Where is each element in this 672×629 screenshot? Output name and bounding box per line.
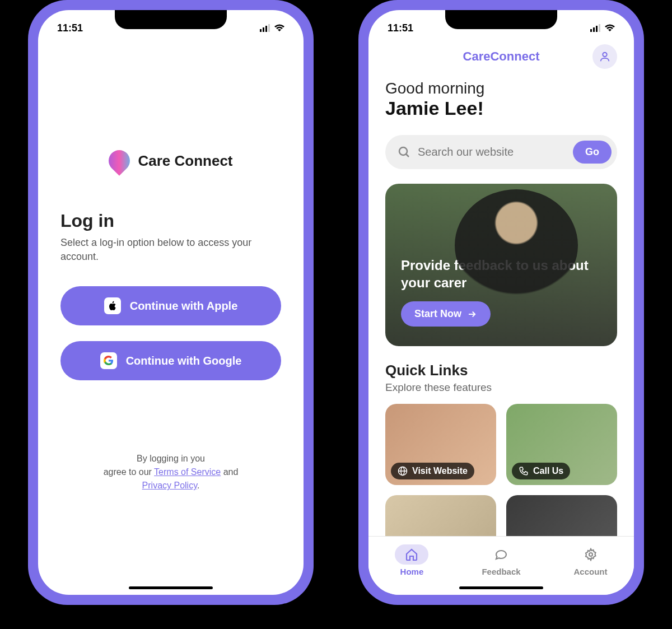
legal-and: and xyxy=(221,467,238,477)
tab-account[interactable]: Account xyxy=(574,544,608,576)
ql-label-text: Call Us xyxy=(533,466,563,476)
tab-icon-wrap xyxy=(574,544,608,565)
globe-icon xyxy=(398,466,408,476)
wifi-icon xyxy=(274,24,284,32)
tab-feedback[interactable]: Feedback xyxy=(482,544,520,576)
feedback-hero-card: Provide feedback to us about your carer … xyxy=(385,184,617,346)
cellular-icon xyxy=(260,24,271,32)
home-header: CareConnect xyxy=(368,38,634,69)
apple-icon xyxy=(104,297,121,314)
legal-prefix: agree to our xyxy=(104,467,154,477)
tab-home[interactable]: Home xyxy=(395,544,428,576)
terms-link[interactable]: Terms of Service xyxy=(154,467,221,477)
legal-text: By logging in you agree to our Terms of … xyxy=(60,452,281,492)
status-time: 11:51 xyxy=(57,22,83,34)
svg-line-10 xyxy=(406,154,409,157)
gear-icon xyxy=(584,548,598,561)
svg-rect-2 xyxy=(265,26,267,32)
svg-rect-6 xyxy=(596,26,598,32)
tab-label: Home xyxy=(400,567,424,576)
continue-google-button[interactable]: Continue with Google xyxy=(60,341,281,380)
legal-period: . xyxy=(197,481,199,490)
quick-links-heading: Quick Links xyxy=(385,362,617,379)
login-heading: Log in xyxy=(60,211,281,231)
phone-frame-login: 11:51 Care Connect Log in Select a log-i… xyxy=(28,0,314,605)
screen-home: 11:51 CareConnect Good morning Jamie Lee… xyxy=(368,10,634,595)
google-icon xyxy=(100,352,117,369)
start-now-label: Start Now xyxy=(414,308,461,320)
status-icons xyxy=(590,24,615,32)
quick-link-label: Visit Website xyxy=(391,463,474,479)
start-now-button[interactable]: Start Now xyxy=(401,301,491,327)
svg-rect-1 xyxy=(263,27,264,32)
tab-label: Account xyxy=(574,567,608,576)
svg-point-9 xyxy=(399,147,407,155)
home-indicator xyxy=(129,586,213,589)
phone-icon xyxy=(519,466,529,476)
chat-icon xyxy=(494,548,508,561)
cellular-icon xyxy=(590,24,601,32)
login-subheading: Select a log-in option below to access y… xyxy=(60,236,281,264)
screen-login: 11:51 Care Connect Log in Select a log-i… xyxy=(38,10,304,595)
svg-rect-0 xyxy=(260,29,262,32)
privacy-link[interactable]: Privacy Policy xyxy=(142,481,197,490)
search-bar: Go xyxy=(385,135,617,169)
user-name: Jamie Lee! xyxy=(385,97,617,119)
search-icon xyxy=(398,146,411,159)
logo-text: Care Connect xyxy=(138,152,232,170)
svg-point-15 xyxy=(589,553,592,556)
quick-link-visit-website[interactable]: Visit Website xyxy=(385,404,496,485)
app-title: CareConnect xyxy=(463,49,540,64)
hero-image xyxy=(455,189,578,301)
tab-icon-wrap xyxy=(484,544,518,565)
arrow-right-icon xyxy=(467,309,477,319)
apple-button-label: Continue with Apple xyxy=(130,300,238,313)
tab-icon-wrap xyxy=(395,544,428,565)
status-icons xyxy=(260,24,284,32)
quick-link-label: Call Us xyxy=(512,463,570,479)
svg-rect-7 xyxy=(599,24,600,32)
continue-apple-button[interactable]: Continue with Apple xyxy=(60,286,281,325)
logo-blob-icon xyxy=(105,146,135,176)
home-icon xyxy=(405,548,418,561)
tab-label: Feedback xyxy=(482,567,520,576)
quick-links-sub: Explore these features xyxy=(385,381,617,394)
home-indicator xyxy=(459,586,543,589)
quick-link-call-us[interactable]: Call Us xyxy=(506,404,617,485)
status-time: 11:51 xyxy=(388,22,413,34)
ql-label-text: Visit Website xyxy=(412,466,468,476)
notch xyxy=(115,10,227,29)
notch xyxy=(445,10,557,29)
svg-rect-5 xyxy=(593,27,595,32)
logo: Care Connect xyxy=(60,150,281,171)
search-input[interactable] xyxy=(418,146,566,159)
search-go-button[interactable]: Go xyxy=(573,141,612,164)
home-body: Good morning Jamie Lee! Go Provide feedb… xyxy=(368,69,634,576)
svg-rect-4 xyxy=(590,29,592,32)
profile-button[interactable] xyxy=(592,44,617,69)
login-content: Care Connect Log in Select a log-in opti… xyxy=(38,38,304,595)
user-icon xyxy=(599,50,611,63)
phone-frame-home: 11:51 CareConnect Good morning Jamie Lee… xyxy=(358,0,644,605)
wifi-icon xyxy=(605,24,615,32)
svg-rect-3 xyxy=(268,24,270,32)
legal-line1: By logging in you xyxy=(137,454,205,463)
google-button-label: Continue with Google xyxy=(126,355,242,367)
svg-point-8 xyxy=(603,53,606,57)
greeting-text: Good morning xyxy=(385,80,617,97)
